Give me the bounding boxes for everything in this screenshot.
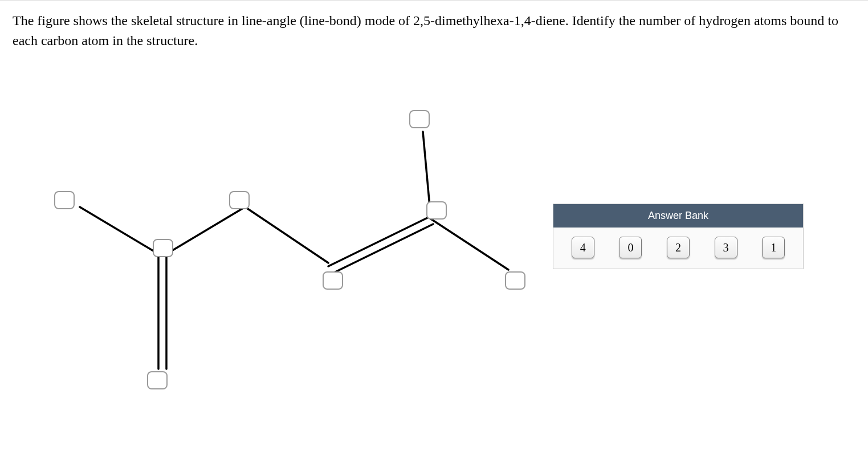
- drop-target-carbon-1-methyl[interactable]: [54, 191, 75, 209]
- svg-line-4: [245, 207, 328, 263]
- answer-bank-items: 4 0 2 3 1: [553, 228, 803, 269]
- drop-target-carbon-2[interactable]: [153, 239, 173, 257]
- svg-line-5: [328, 217, 429, 266]
- question-text: The figure shows the skeletal structure …: [0, 1, 868, 51]
- drop-target-carbon-1-ch2[interactable]: [147, 371, 168, 389]
- answer-bank: Answer Bank 4 0 2 3 1: [553, 204, 804, 269]
- drop-target-carbon-3[interactable]: [229, 191, 250, 209]
- answer-tile-0[interactable]: 0: [619, 237, 642, 258]
- answer-tile-3[interactable]: 3: [715, 237, 737, 258]
- answer-tile-1[interactable]: 1: [762, 237, 785, 258]
- svg-line-0: [80, 207, 162, 256]
- drop-target-carbon-4[interactable]: [323, 271, 343, 290]
- drop-target-carbon-6[interactable]: [505, 271, 525, 290]
- svg-line-8: [431, 219, 508, 270]
- answer-tile-4[interactable]: 4: [572, 237, 594, 258]
- svg-line-6: [333, 224, 433, 273]
- molecule-diagram: [34, 98, 547, 417]
- skeletal-structure-svg: [34, 98, 547, 417]
- drop-target-carbon-5[interactable]: [426, 201, 447, 220]
- answer-bank-title: Answer Bank: [553, 204, 803, 228]
- drop-target-carbon-5-methyl[interactable]: [409, 110, 430, 128]
- answer-tile-2[interactable]: 2: [667, 237, 690, 258]
- svg-line-3: [163, 207, 245, 256]
